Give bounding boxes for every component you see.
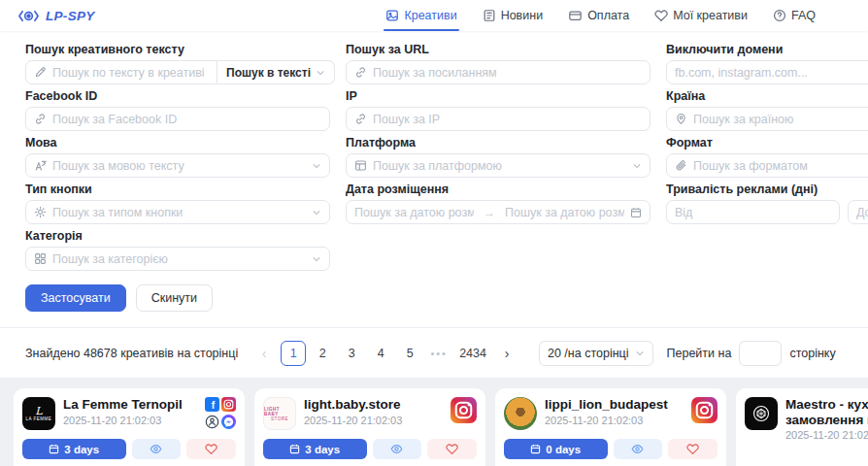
text-search-input[interactable]: [52, 66, 209, 80]
location-pin-icon: [675, 113, 687, 125]
pagination-ellipsis[interactable]: •••: [426, 341, 451, 366]
facebook-id-input[interactable]: [52, 113, 321, 126]
network-badges: [691, 397, 718, 430]
pagination-page-4[interactable]: 4: [368, 341, 393, 366]
grid-icon: [34, 252, 47, 265]
platform-select[interactable]: [346, 153, 651, 178]
facebook-icon: f: [205, 397, 219, 413]
view-button[interactable]: [614, 439, 663, 459]
exclude-domains-input[interactable]: [675, 66, 868, 80]
pagination-prev-button[interactable]: ‹: [251, 341, 277, 366]
button-type-select[interactable]: [25, 200, 330, 224]
messenger-icon: [221, 415, 236, 430]
field-label: Категорія: [25, 229, 330, 243]
pagination-page-3[interactable]: 3: [339, 341, 364, 366]
field-label: Пошук за URL: [346, 43, 651, 56]
card-date: 2025-11-20 21:02:03: [304, 415, 443, 426]
pagination-page-2[interactable]: 2: [310, 341, 335, 366]
platform-input[interactable]: [373, 159, 626, 173]
view-button[interactable]: [132, 439, 182, 459]
nav-tab-payment[interactable]: Оплата: [568, 0, 629, 31]
page-size-select[interactable]: 20 /на сторінці: [539, 341, 653, 366]
field-label: Країна: [666, 89, 868, 103]
field-placement-date: Дата розміщення →: [346, 183, 651, 224]
apply-button[interactable]: Застосувати: [25, 284, 126, 312]
card-date: 2025-11-20 21:02:03: [545, 415, 684, 426]
field-category: Категорія: [25, 229, 330, 271]
url-input[interactable]: [373, 66, 642, 80]
avatar: L LA FEMME: [22, 397, 55, 430]
logo-text: LP-SPY: [46, 9, 95, 23]
creative-card[interactable]: L LA FEMME La Femme Ternopil 2025-11-20 …: [14, 388, 245, 466]
ip-input[interactable]: [373, 113, 642, 126]
reset-button[interactable]: Скинути: [136, 284, 213, 312]
field-facebook-id: Facebook ID: [25, 89, 330, 131]
text-search-input-wrap: [25, 60, 217, 84]
link-icon: [354, 66, 367, 79]
favorite-button[interactable]: [186, 439, 236, 459]
avatar: [504, 397, 537, 430]
language-select[interactable]: [25, 153, 330, 178]
eye-logo-icon: [17, 9, 40, 23]
paperclip-icon: [675, 159, 687, 172]
category-input[interactable]: [52, 252, 306, 266]
layout-icon: [354, 159, 367, 172]
audience-network-icon: [205, 415, 219, 430]
duration-to-input[interactable]: [856, 206, 868, 219]
nav-tab-my-creatives[interactable]: Мої креативи: [654, 0, 748, 31]
pagination-next-button[interactable]: ›: [494, 341, 519, 366]
nav-tab-creatives[interactable]: Креативи: [385, 0, 456, 31]
calendar-icon: [630, 207, 642, 218]
date-to-input[interactable]: [505, 206, 624, 219]
card-title: lippi_lion_budapest: [545, 397, 684, 413]
translate-icon: [34, 159, 47, 172]
instagram-icon: [691, 397, 718, 423]
format-select[interactable]: [666, 153, 868, 178]
creative-card[interactable]: Maestro - кухні, меблі на замовлення в У…: [736, 388, 868, 466]
goto-page-input[interactable]: [739, 341, 782, 366]
field-label: Пошук креативного тексту: [25, 43, 330, 56]
gear-icon: [34, 206, 47, 218]
calendar-icon: [530, 444, 541, 454]
view-button[interactable]: [373, 439, 422, 459]
language-input[interactable]: [52, 159, 306, 173]
card-title: La Femme Ternopil: [63, 397, 197, 413]
nav-label: Креативи: [404, 9, 456, 22]
country-input[interactable]: [693, 113, 868, 126]
days-button[interactable]: 0 days: [504, 439, 608, 459]
nav-label: FAQ: [791, 9, 816, 22]
date-from-input[interactable]: [354, 206, 474, 219]
field-label: Виключити домени: [666, 43, 868, 56]
field-duration: Тривалість реклами (дні): [666, 183, 868, 224]
days-button[interactable]: 3 days: [263, 439, 367, 459]
pagination-page-1[interactable]: 1: [281, 341, 306, 366]
creative-card[interactable]: lippi_lion_budapest 2025-11-20 21:02:03 …: [495, 388, 726, 466]
link-icon: [354, 113, 367, 125]
text-search-mode-select[interactable]: Пошук в тексті: [217, 60, 335, 84]
pencil-icon: [34, 66, 47, 79]
heart-icon: [654, 9, 668, 22]
nav-tab-news[interactable]: Новини: [483, 0, 544, 31]
field-ip: IP: [346, 89, 651, 131]
button-type-input[interactable]: [52, 206, 306, 219]
creative-card[interactable]: LIGHT BABY STORE light.baby.store 2025-1…: [254, 388, 485, 466]
pagination-page-last[interactable]: 2434: [455, 341, 490, 366]
goto-page: Перейти на сторінку: [667, 341, 836, 366]
nav-tab-faq[interactable]: FAQ: [773, 0, 816, 31]
results-bar: Знайдено 48678 креативів на сторінці ‹ 1…: [0, 328, 868, 379]
favorite-button[interactable]: [668, 439, 718, 459]
placement-date-range-picker[interactable]: →: [346, 200, 651, 224]
network-badges: [451, 397, 477, 430]
category-select[interactable]: [25, 247, 330, 271]
nav-label: Новини: [501, 9, 544, 22]
chevron-down-icon: [635, 349, 645, 358]
days-button[interactable]: 3 days: [22, 439, 126, 459]
duration-from-input[interactable]: [675, 206, 831, 219]
svg-text:f: f: [212, 400, 216, 411]
logo[interactable]: LP-SPY: [17, 9, 95, 23]
format-input[interactable]: [693, 159, 868, 173]
field-label: Тип кнопки: [25, 183, 330, 196]
pagination-page-5[interactable]: 5: [397, 341, 422, 366]
image-icon: [385, 9, 399, 22]
favorite-button[interactable]: [427, 439, 477, 459]
